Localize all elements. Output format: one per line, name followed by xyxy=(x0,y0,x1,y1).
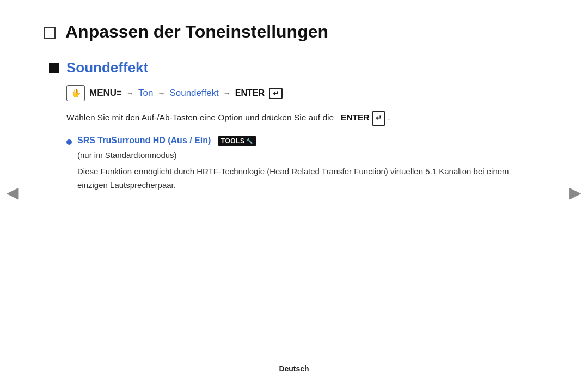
section: Soundeffekt 🖐 MENU≡ → Ton → Soundeffekt … xyxy=(49,59,544,192)
detail-text: Diese Funktion ermöglicht durch HRTF-Tec… xyxy=(77,165,524,192)
nav-left-arrow[interactable]: ◀ xyxy=(7,183,19,201)
wrench-icon: 🔧 xyxy=(246,138,253,144)
section-bullet-square xyxy=(49,63,59,73)
description-main: Wählen Sie mit den Auf-/Ab-Tasten eine O… xyxy=(66,113,334,122)
bullet-text: SRS TruSurround HD (Aus / Ein) xyxy=(77,136,211,145)
breadcrumb-soundeffekt: Soundeffekt xyxy=(169,88,218,99)
breadcrumb-arrow-2: → xyxy=(157,89,165,97)
nav-right-arrow[interactable]: ▶ xyxy=(569,183,581,201)
breadcrumb: 🖐 MENU≡ → Ton → Soundeffekt → ENTER ↵ xyxy=(66,85,544,101)
breadcrumb-arrow-1: → xyxy=(126,89,134,97)
breadcrumb-ton: Ton xyxy=(138,88,153,99)
menu-hand-icon: 🖐 xyxy=(66,85,85,101)
sub-note: (nur im Standardtonmodus) xyxy=(77,150,544,160)
breadcrumb-enter-icon: ↵ xyxy=(269,88,283,99)
tools-badge: TOOLS 🔧 xyxy=(218,136,256,146)
bullet-item: SRS TruSurround HD (Aus / Ein) TOOLS 🔧 xyxy=(66,136,544,146)
tools-badge-label: TOOLS xyxy=(221,137,245,145)
checkbox-icon xyxy=(44,27,56,39)
page-container: Anpassen der Toneinstellungen Soundeffek… xyxy=(0,0,588,384)
bullet-content: SRS TruSurround HD (Aus / Ein) TOOLS 🔧 xyxy=(77,136,256,146)
section-title: Soundeffekt xyxy=(66,59,148,76)
section-header: Soundeffekt xyxy=(49,59,544,76)
bullet-dot xyxy=(66,139,72,145)
breadcrumb-enter-label: ENTER xyxy=(235,88,265,98)
page-title: Anpassen der Toneinstellungen xyxy=(65,22,328,42)
description-text: Wählen Sie mit den Auf-/Ab-Tasten eine O… xyxy=(66,111,544,126)
description-period: . xyxy=(388,113,390,122)
description-enter-bold: ENTER xyxy=(341,113,370,122)
footer-language: Deutsch xyxy=(279,364,309,373)
description-enter-icon: ↵ xyxy=(372,111,385,126)
breadcrumb-arrow-3: → xyxy=(223,89,231,97)
main-title-row: Anpassen der Toneinstellungen xyxy=(44,22,544,42)
breadcrumb-menu-label: MENU≡ xyxy=(89,88,122,99)
